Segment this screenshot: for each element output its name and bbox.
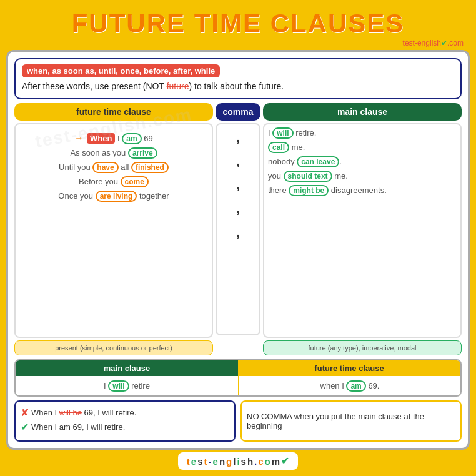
footer-m: m [272, 456, 280, 467]
comma-header: comma [216, 103, 260, 121]
correct-example-row: ✔ When I am 69, I will retire. [21, 421, 229, 433]
footer-s2: s [241, 456, 246, 467]
wrong-example-row: ✘ When I will be 69, I will retire. [21, 407, 229, 419]
footer-h: h [247, 456, 253, 467]
bottom-future-content: when I am 69. [238, 376, 460, 395]
should-text-tag: should text [284, 171, 332, 182]
comma-1: , [236, 128, 240, 147]
footer-t2: t [204, 456, 207, 467]
main-row-2: call me. [268, 142, 457, 152]
main-row-5: there might be disagreements. [268, 186, 457, 195]
can-leave-tag: can leave [297, 156, 339, 167]
clause-row-4: Before you come [19, 177, 208, 186]
will-tag-bottom: will [108, 380, 129, 392]
arrow-icon: → [74, 133, 83, 143]
footer-t1: t [187, 456, 190, 467]
main-row-4: you should text me. [268, 171, 457, 181]
clause-row-5: Once you are living together [19, 191, 208, 201]
footer-e1: e [191, 456, 196, 467]
right-label-note: future (any type), imperative, modal [263, 340, 462, 355]
rule-text: After these words, use present (NOT futu… [22, 81, 454, 93]
comma-3: , [236, 176, 240, 194]
site-label: test-english✔.com [6, 39, 470, 47]
main-content-box: when, as soon as, until, once, before, a… [6, 50, 470, 450]
comma-4: , [236, 199, 240, 218]
footer-t3: g [226, 456, 232, 467]
footer-dash1: - [209, 456, 212, 467]
footer-c: c [258, 456, 263, 467]
footer-e2: e [213, 456, 218, 467]
comma-column: comma , , , , , [216, 103, 260, 355]
clause-table: future time clause test-english.com → Wh… [14, 103, 462, 355]
footer-i: i [237, 456, 239, 467]
footer-s1: s [197, 456, 202, 467]
call-tag: call [268, 142, 289, 153]
come-tag: come [121, 176, 149, 187]
clause-row-1: → When I am 69 [19, 133, 208, 143]
when-tag: When [87, 133, 115, 144]
bottom-main-content: I will retire [16, 376, 238, 395]
comma-rows: , , , , , [216, 123, 260, 335]
examples-box: ✘ When I will be 69, I will retire. ✔ Wh… [14, 400, 236, 442]
footer-examples-row: ✘ When I will be 69, I will retire. ✔ Wh… [14, 400, 462, 442]
wrong-icon: ✘ [21, 407, 29, 419]
future-clause-rows: test-english.com → When I am 69 As soon … [14, 123, 213, 338]
bottom-future-clause: future time clause when I am 69. [238, 360, 460, 395]
site-footer: t e s t - e n g l i s h . c o m ✔ [178, 452, 298, 470]
rule-box: when, as soon as, until, once, before, a… [14, 58, 462, 99]
comma-2: , [236, 152, 240, 171]
am-tag-bottom: am [346, 380, 365, 392]
footer-dash2: . [254, 456, 257, 467]
bottom-main-header: main clause [16, 360, 238, 376]
correct-icon: ✔ [21, 421, 29, 433]
footer-check-icon: ✔ [281, 455, 289, 467]
will-tag-1: will [272, 127, 293, 139]
page-title: FUTURE TIME CLAUSES [72, 9, 405, 39]
main-row-3: nobody can leave. [268, 157, 457, 166]
footer-o: o [265, 456, 270, 467]
no-comma-note: NO COMMA when you put the main clause at… [240, 400, 462, 442]
bottom-main-clause: main clause I will retire [16, 360, 238, 395]
future-time-clause-header: future time clause [14, 103, 213, 121]
future-time-clause-column: future time clause test-english.com → Wh… [14, 103, 213, 355]
footer-l: l [233, 456, 236, 467]
clause-row-3: Until you have all finished [19, 162, 208, 172]
main-clause-rows: I will retire. call me. nobody can leave… [263, 123, 462, 338]
comma-5: , [236, 223, 240, 242]
bottom-future-header: future time clause [238, 360, 460, 376]
main-clause-header: main clause [263, 103, 462, 121]
left-label-note: present (simple, continuous or perfect) [14, 340, 213, 355]
am-tag: am [122, 133, 141, 144]
arrive-tag: arrive [128, 147, 157, 159]
are-living-tag: are living [96, 191, 137, 202]
keywords-label: when, as soon as, until, once, before, a… [22, 64, 220, 77]
correct-example: When I am 69, I will retire. [31, 422, 125, 432]
finished-tag: finished [131, 162, 169, 173]
clause-row-2: As soon as you arrive [19, 148, 208, 157]
wrong-example: When I will be 69, I will retire. [31, 408, 136, 417]
reversed-clause-section: main clause I will retire future time cl… [14, 359, 462, 397]
footer-n: n [219, 456, 225, 467]
have-tag: have [92, 162, 118, 173]
main-clause-column: main clause I will retire. call me. nobo… [263, 103, 462, 355]
might-be-tag: might be [289, 185, 329, 196]
main-row-1: I will retire. [268, 128, 457, 137]
